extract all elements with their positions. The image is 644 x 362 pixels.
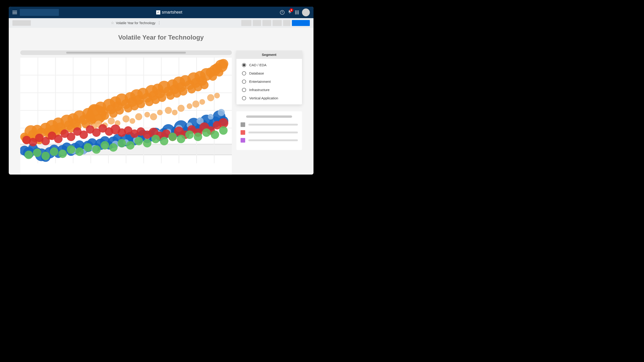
panel-rows (240, 122, 298, 142)
svg-point-236 (194, 132, 202, 141)
svg-point-106 (122, 115, 130, 122)
svg-point-218 (42, 152, 50, 160)
subbar: ☆ Volatile Year for Technology ⋮ (9, 18, 314, 28)
legend-label: CAD / EDA (249, 63, 266, 67)
svg-point-221 (67, 145, 75, 154)
svg-point-239 (219, 126, 228, 135)
svg-point-227 (118, 139, 126, 148)
svg-point-231 (151, 134, 160, 143)
svg-point-219 (50, 148, 58, 156)
svg-point-108 (135, 113, 142, 120)
color-swatch (240, 138, 245, 142)
legend-item[interactable]: Database (242, 71, 296, 76)
radio-icon (242, 96, 246, 100)
main-row: Segment CAD / EDADatabaseEntertainmentIn… (11, 50, 311, 174)
segment-legend-card: Segment CAD / EDADatabaseEntertainmentIn… (236, 50, 302, 104)
svg-point-111 (157, 110, 162, 115)
notification-badge: 4 (290, 8, 293, 12)
panel-bar-placeholder (248, 139, 298, 141)
topbar: ✓ smartsheet ? 4 (9, 7, 314, 18)
svg-point-220 (58, 150, 67, 158)
legend-title: Segment (236, 50, 302, 59)
panel-bar-placeholder (248, 132, 298, 134)
color-swatch (240, 122, 245, 127)
subbar-actions (241, 20, 310, 26)
svg-point-119 (214, 93, 220, 98)
svg-point-233 (168, 132, 177, 141)
svg-point-222 (75, 148, 84, 156)
svg-point-232 (160, 137, 168, 145)
panel-header-placeholder (246, 116, 292, 118)
svg-point-217 (33, 148, 42, 157)
svg-point-224 (92, 145, 100, 154)
toolbar-button[interactable] (253, 20, 261, 26)
legend-item[interactable]: CAD / EDA (242, 63, 296, 67)
topbar-right: ? 4 (280, 8, 310, 16)
svg-point-109 (144, 112, 150, 118)
chart-column (20, 50, 232, 174)
chart-header-bar (20, 50, 232, 55)
legend-label: Infrastructure (249, 88, 270, 92)
svg-point-107 (130, 118, 135, 124)
panel-row (240, 130, 298, 135)
app-window: ✓ smartsheet ? 4 ☆ Volatile Year for Tec… (9, 7, 314, 174)
svg-point-115 (186, 103, 192, 109)
topbar-search-placeholder[interactable] (20, 9, 59, 16)
side-panel (236, 111, 302, 150)
svg-point-104 (108, 117, 115, 124)
avatar[interactable] (302, 8, 310, 16)
svg-point-92 (200, 81, 208, 89)
hamburger-menu-icon[interactable] (12, 11, 17, 14)
content: Volatile Year for Technology Segment CAD… (9, 28, 314, 174)
svg-point-234 (177, 134, 185, 143)
svg-point-113 (172, 110, 178, 115)
svg-point-229 (134, 137, 143, 145)
svg-point-110 (150, 113, 157, 120)
svg-point-117 (199, 99, 205, 105)
side-column: Segment CAD / EDADatabaseEntertainmentIn… (236, 50, 302, 174)
radio-icon (242, 63, 246, 67)
svg-point-228 (126, 141, 134, 150)
toolbar-button[interactable] (241, 20, 252, 26)
legend-item[interactable]: Infrastructure (242, 88, 296, 92)
sheet-title: Volatile Year for Technology (116, 21, 156, 25)
svg-point-238 (211, 130, 219, 139)
radio-icon (242, 88, 246, 92)
help-icon[interactable]: ? (280, 10, 284, 15)
favorite-star-icon[interactable]: ☆ (111, 21, 114, 25)
toolbar-button[interactable] (262, 20, 271, 26)
legend-item[interactable]: Vertical Application (242, 96, 296, 100)
legend-label: Vertical Application (249, 96, 278, 100)
toolbar-button[interactable] (272, 20, 282, 26)
radio-icon (242, 80, 246, 84)
scatter-plot (20, 58, 232, 163)
panel-row (240, 138, 298, 142)
svg-point-114 (177, 105, 184, 112)
brand-logo: ✓ smartsheet (62, 10, 277, 15)
sheet-menu-icon[interactable]: ⋮ (157, 21, 161, 25)
svg-point-182 (208, 114, 214, 120)
chart-header-placeholder (66, 52, 186, 54)
subbar-center: ☆ Volatile Year for Technology ⋮ (33, 21, 240, 25)
notifications-button[interactable]: 4 (288, 10, 292, 15)
svg-point-225 (100, 141, 109, 150)
color-swatch (240, 130, 245, 135)
brand-mark-icon: ✓ (156, 10, 160, 14)
app-launcher-icon[interactable] (295, 10, 299, 14)
legend-body: CAD / EDADatabaseEntertainmentInfrastruc… (236, 59, 302, 104)
legend-label: Entertainment (249, 80, 271, 84)
svg-point-223 (84, 143, 92, 152)
legend-label: Database (249, 71, 264, 75)
svg-point-118 (207, 94, 214, 101)
svg-point-183 (218, 109, 225, 116)
panel-bar-placeholder (248, 124, 298, 126)
svg-point-112 (165, 107, 172, 114)
svg-point-235 (185, 130, 194, 139)
primary-action-button[interactable] (292, 20, 310, 26)
legend-item[interactable]: Entertainment (242, 80, 296, 84)
svg-point-237 (202, 128, 211, 137)
svg-point-216 (24, 150, 33, 159)
subbar-left-placeholder (12, 20, 31, 26)
chart-area[interactable] (20, 57, 232, 174)
toolbar-button[interactable] (283, 20, 290, 26)
